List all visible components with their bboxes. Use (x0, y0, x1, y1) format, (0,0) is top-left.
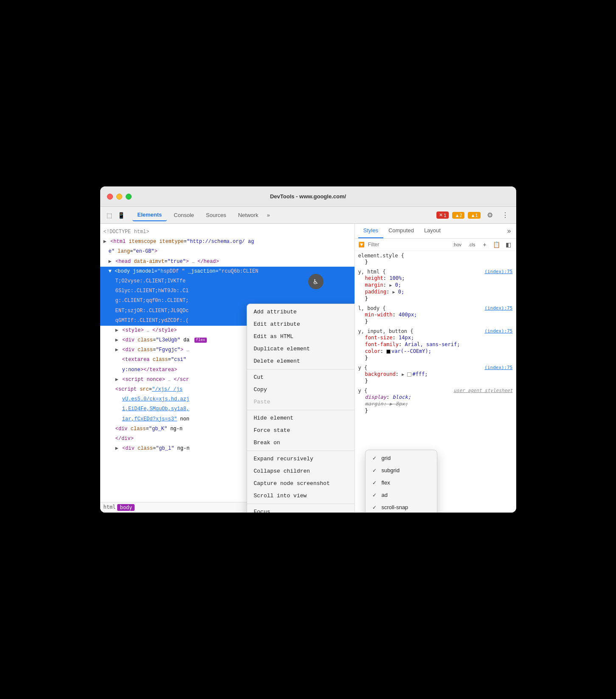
color-swatch-coemY[interactable] (386, 350, 391, 354)
menu-delete-element[interactable]: Delete element (247, 355, 355, 367)
check-scroll-snap: ✓ (372, 505, 378, 510)
add-style-button[interactable]: + (481, 240, 489, 249)
style-selector-element: element.style { (358, 253, 513, 259)
body-arrow[interactable]: ▼ (109, 268, 112, 274)
style-source-body[interactable]: (index):75 (484, 305, 512, 311)
warning-text: ▲2 (455, 213, 462, 218)
tab-bar-right: ✕ 1 ▲2 ▲1 ⚙ ⋮ (436, 209, 511, 221)
style-source-agent: user agent stylesheet (453, 388, 512, 393)
check-subgrid: ✓ (372, 468, 378, 474)
style-rule-bg: y { (index):75 background: ▶ #fff; } (358, 365, 513, 384)
style-selector-html: y, html { (index):75 (358, 269, 513, 275)
badge-settings-submenu: ✓ grid ✓ subgrid ✓ flex ✓ ad ✓ scroll-sn… (365, 450, 437, 513)
tab-more[interactable]: » (267, 212, 270, 218)
info-badge[interactable]: ▲1 (468, 212, 480, 219)
settings-button[interactable]: ⚙ (484, 209, 496, 221)
check-ad: ✓ (372, 492, 378, 498)
submenu-grid[interactable]: ✓ grid (366, 452, 437, 464)
menu-edit-as-html[interactable]: Edit as HTML (247, 330, 355, 343)
menu-cut[interactable]: Cut (247, 371, 355, 383)
style-rule-agent: y { user agent stylesheet display: block… (358, 388, 513, 414)
menu-break-on[interactable]: Break on › (247, 437, 355, 449)
menu-force-state[interactable]: Force state › (247, 424, 355, 437)
menu-focus[interactable]: Focus (247, 506, 355, 513)
submenu-flex[interactable]: ✓ flex (366, 476, 437, 489)
menu-hide-element[interactable]: Hide element (247, 412, 355, 424)
traffic-lights (107, 194, 132, 200)
panel-tab-more[interactable]: » (506, 224, 513, 238)
html-tag-line: ▶ <html itemscope itemtype="http://schem… (100, 237, 354, 247)
tab-bar: ⬚ 📱 Elements Console Sources Network » ✕… (100, 207, 516, 224)
more-options-button[interactable]: ⋮ (499, 209, 511, 221)
menu-paste: Paste (247, 396, 355, 408)
menu-collapse-children[interactable]: Collapse children (247, 465, 355, 477)
style-rule-body: l, body { (index):75 min-width: 400px; } (358, 305, 513, 325)
title-bar: DevTools - www.google.com/ (100, 186, 516, 207)
tab-layout[interactable]: Layout (419, 224, 446, 238)
main-content: <!DOCTYPE html> ▶ <html itemscope itemty… (100, 224, 516, 513)
breadcrumb-html[interactable]: html (104, 504, 116, 511)
submenu-subgrid[interactable]: ✓ subgrid (366, 464, 437, 476)
tab-sources[interactable]: Sources (201, 209, 231, 221)
menu-capture-screenshot[interactable]: Capture node screenshot (247, 477, 355, 490)
hov-button[interactable]: :hov (451, 241, 463, 248)
devtools-window: DevTools - www.google.com/ ⬚ 📱 Elements … (100, 186, 516, 513)
tab-computed[interactable]: Computed (383, 224, 419, 238)
tab-console[interactable]: Console (169, 209, 199, 221)
check-flex: ✓ (372, 480, 378, 486)
color-swatch-fff[interactable] (407, 372, 411, 377)
menu-copy[interactable]: Copy › (247, 383, 355, 396)
filter-input[interactable] (368, 242, 448, 248)
error-icon: ✕ (439, 212, 443, 218)
elements-panel: <!DOCTYPE html> ▶ <html itemscope itemty… (100, 224, 355, 513)
menu-scroll-into-view[interactable]: Scroll into view (247, 490, 355, 502)
tab-network[interactable]: Network (233, 209, 264, 221)
head-collapse[interactable]: ▶ (109, 259, 112, 265)
style-selector-input: y, input, button { (index):75 (358, 328, 513, 334)
style-source-html[interactable]: (index):75 (484, 269, 512, 274)
flex-badge: flex (194, 338, 207, 343)
new-stylesheet-button[interactable]: 📋 (492, 240, 501, 249)
style-selector-agent: y { user agent stylesheet (358, 388, 513, 394)
style-selector-body: l, body { (index):75 (358, 305, 513, 311)
styles-toolbar: 🔽 :hov .cls + 📋 ◧ (355, 239, 516, 251)
tab-styles[interactable]: Styles (358, 224, 383, 238)
panel-tabs: Styles Computed Layout » (355, 224, 516, 239)
window-title: DevTools - www.google.com/ (270, 193, 346, 200)
menu-duplicate-element[interactable]: Duplicate element (247, 343, 355, 355)
tab-bar-icons: ⬚ 📱 (105, 211, 126, 220)
inspect-icon[interactable]: ⬚ (105, 211, 114, 220)
style-source-bg[interactable]: (index):75 (484, 365, 512, 370)
submenu-scroll-snap[interactable]: ✓ scroll-snap (366, 501, 437, 513)
toggle-sidebar-button[interactable]: ◧ (504, 240, 513, 249)
context-menu: Add attribute Edit attribute Edit as HTM… (247, 304, 355, 513)
breadcrumb-body[interactable]: body (117, 504, 135, 511)
tab-elements[interactable]: Elements (132, 209, 167, 221)
maximize-button[interactable] (126, 194, 132, 200)
filter-icon: 🔽 (358, 242, 365, 248)
accessibility-icon: ♿ (308, 274, 323, 289)
error-count: 1 (444, 213, 446, 218)
style-rule-html: y, html { (index):75 height: 100%; margi… (358, 269, 513, 302)
style-selector-bg: y { (index):75 (358, 365, 513, 371)
style-rule-input: y, input, button { (index):75 font-size:… (358, 328, 513, 361)
close-button[interactable] (107, 194, 113, 200)
check-grid: ✓ (372, 455, 378, 461)
info-text: ▲1 (470, 213, 478, 218)
separator-1 (247, 369, 355, 369)
menu-expand-recursively[interactable]: Expand recursively (247, 453, 355, 465)
separator-3 (247, 451, 355, 451)
menu-edit-attribute[interactable]: Edit attribute (247, 318, 355, 330)
doctype-line: <!DOCTYPE html> (100, 227, 354, 237)
style-source-input[interactable]: (index):75 (484, 328, 512, 334)
menu-add-attribute[interactable]: Add attribute (247, 306, 355, 318)
minimize-button[interactable] (116, 194, 122, 200)
head-line: ▶ <head data-aimvt="true"> … </head> (100, 257, 354, 267)
device-icon[interactable]: 📱 (117, 211, 126, 220)
warning-badge[interactable]: ▲2 (452, 212, 464, 219)
error-badge[interactable]: ✕ 1 (436, 211, 449, 219)
submenu-ad[interactable]: ✓ ad (366, 489, 437, 501)
cls-button[interactable]: .cls (467, 241, 477, 248)
separator-4 (247, 504, 355, 504)
collapse-icon[interactable]: ▶ (104, 239, 107, 245)
